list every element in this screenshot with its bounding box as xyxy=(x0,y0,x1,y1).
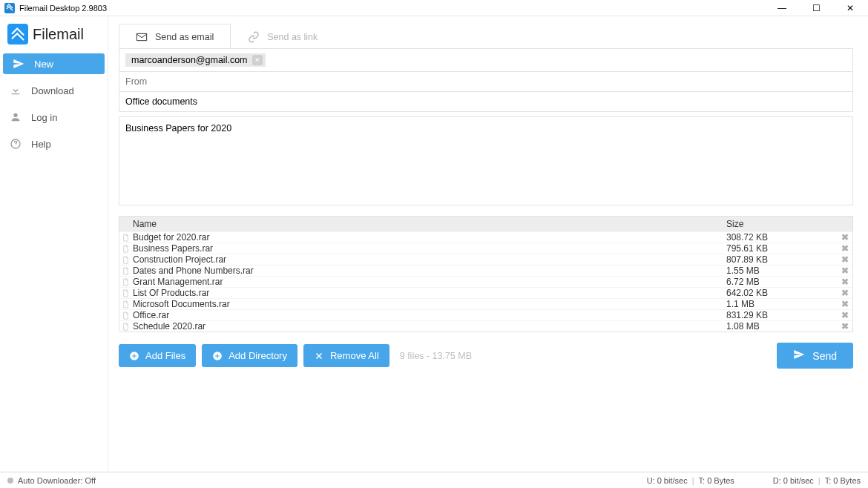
brand-text: Filemail xyxy=(33,26,84,43)
button-label: Add Directory xyxy=(228,350,287,361)
remove-file-icon[interactable]: ✖ xyxy=(838,254,852,265)
file-name: Business Papers.rar xyxy=(131,243,726,254)
column-name: Name xyxy=(119,219,726,229)
tabs: Send as email Send as link xyxy=(119,24,853,49)
status-upload-total: T: 0 Bytes xyxy=(699,476,734,485)
paper-plane-icon xyxy=(793,349,805,363)
file-icon xyxy=(119,278,131,286)
sidebar: Filemail New Download Log in Help xyxy=(0,16,108,472)
status-upload-rate: U: 0 bit/sec xyxy=(647,476,688,485)
envelope-icon xyxy=(136,31,148,43)
file-name: List Of Products.rar xyxy=(131,288,726,298)
table-row[interactable]: List Of Products.rar642.02 KB✖ xyxy=(119,287,852,298)
file-name: Office.rar xyxy=(131,310,726,320)
remove-file-icon[interactable]: ✖ xyxy=(838,321,852,332)
form-panel: marcoanderson@gmail.com ✕ xyxy=(119,48,853,112)
status-download-rate: D: 0 bit/sec xyxy=(773,476,814,485)
file-size: 1.1 MB xyxy=(726,299,838,309)
file-size: 1.08 MB xyxy=(726,321,838,332)
window-title: Filemail Desktop 2.9803 xyxy=(19,4,107,13)
from-field[interactable] xyxy=(119,71,852,91)
button-label: Add Files xyxy=(145,350,185,361)
download-icon xyxy=(9,84,22,97)
remove-all-button[interactable]: Remove All xyxy=(303,344,389,367)
user-icon xyxy=(9,111,22,124)
sidebar-item-label: New xyxy=(34,59,53,70)
recipient-chip: marcoanderson@gmail.com ✕ xyxy=(125,53,266,67)
status-dot-icon xyxy=(7,478,13,484)
subject-field[interactable] xyxy=(119,91,852,111)
sidebar-item-login[interactable]: Log in xyxy=(0,107,108,128)
table-row[interactable]: Business Papers.rar795.61 KB✖ xyxy=(119,243,852,254)
sidebar-item-help[interactable]: Help xyxy=(0,133,108,154)
table-row[interactable]: Dates and Phone Numbers.rar1.55 MB✖ xyxy=(119,265,852,276)
table-row[interactable]: Grant Management.rar6.72 MB✖ xyxy=(119,276,852,287)
file-name: Grant Management.rar xyxy=(131,277,726,287)
table-row[interactable]: Construction Project.rar807.89 KB✖ xyxy=(119,254,852,265)
file-name: Dates and Phone Numbers.rar xyxy=(131,266,726,276)
remove-file-icon[interactable]: ✖ xyxy=(838,310,852,320)
close-button[interactable]: ✕ xyxy=(840,3,861,13)
remove-file-icon[interactable]: ✖ xyxy=(838,232,852,243)
file-icon xyxy=(119,289,131,297)
button-label: Send xyxy=(812,350,837,362)
file-icon xyxy=(119,311,131,320)
file-icon xyxy=(119,323,131,331)
message-text: Business Papers for 2020 xyxy=(125,123,231,133)
file-icon xyxy=(119,256,131,264)
remove-file-icon[interactable]: ✖ xyxy=(838,299,852,309)
tab-label: Send as email xyxy=(155,32,214,42)
minimize-button[interactable]: — xyxy=(772,3,792,13)
sidebar-item-download[interactable]: Download xyxy=(0,80,108,101)
file-name: Microsoft Documents.rar xyxy=(131,299,726,309)
subject-input[interactable] xyxy=(125,96,846,107)
remove-file-icon[interactable]: ✖ xyxy=(838,266,852,276)
sidebar-item-label: Download xyxy=(31,85,74,96)
column-size: Size xyxy=(726,219,852,229)
remove-file-icon[interactable]: ✖ xyxy=(838,243,852,254)
file-name: Schedule 2020.rar xyxy=(131,321,726,332)
remove-recipient-icon[interactable]: ✕ xyxy=(252,55,263,65)
recipient-email: marcoanderson@gmail.com xyxy=(131,55,248,65)
file-table: Name Size Budget for 2020.rar308.72 KB✖B… xyxy=(119,216,853,332)
table-row[interactable]: Microsoft Documents.rar1.1 MB✖ xyxy=(119,298,852,309)
add-directory-button[interactable]: Add Directory xyxy=(202,344,297,367)
brand: Filemail xyxy=(0,19,108,53)
plus-circle-icon xyxy=(212,351,223,361)
table-header: Name Size xyxy=(119,217,852,231)
file-size: 1.55 MB xyxy=(726,266,838,276)
tab-send-link[interactable]: Send as link xyxy=(231,24,335,49)
sidebar-item-label: Help xyxy=(31,139,51,150)
x-icon xyxy=(314,351,324,361)
file-icon xyxy=(119,267,131,275)
message-field[interactable]: Business Papers for 2020 xyxy=(119,116,853,205)
file-summary: 9 files - 13.75 MB xyxy=(400,351,472,361)
link-icon xyxy=(248,31,260,43)
add-files-button[interactable]: Add Files xyxy=(119,344,196,367)
remove-file-icon[interactable]: ✖ xyxy=(838,288,852,298)
file-icon xyxy=(119,300,131,309)
action-bar: Add Files Add Directory Remove All 9 fil… xyxy=(119,343,853,369)
tab-label: Send as link xyxy=(267,32,318,42)
help-icon xyxy=(9,137,22,151)
from-input[interactable] xyxy=(125,76,846,87)
app-icon xyxy=(4,3,15,13)
to-field[interactable]: marcoanderson@gmail.com ✕ xyxy=(119,49,852,71)
file-size: 807.89 KB xyxy=(726,254,838,265)
status-left: Auto Downloader: Off xyxy=(18,476,96,485)
file-size: 308.72 KB xyxy=(726,232,838,243)
status-bar: Auto Downloader: Off U: 0 bit/sec | T: 0… xyxy=(0,472,868,488)
brand-icon xyxy=(7,24,28,44)
send-button[interactable]: Send xyxy=(777,343,853,369)
table-row[interactable]: Schedule 2020.rar1.08 MB✖ xyxy=(119,320,852,332)
file-size: 795.61 KB xyxy=(726,243,838,254)
tab-send-email[interactable]: Send as email xyxy=(119,24,231,49)
table-row[interactable]: Office.rar831.29 KB✖ xyxy=(119,309,852,320)
main: Send as email Send as link marcoanderson… xyxy=(108,16,868,472)
sidebar-item-new[interactable]: New xyxy=(3,53,105,74)
file-icon xyxy=(119,234,131,242)
table-row[interactable]: Budget for 2020.rar308.72 KB✖ xyxy=(119,231,852,243)
file-size: 642.02 KB xyxy=(726,288,838,298)
maximize-button[interactable]: ☐ xyxy=(806,3,826,13)
remove-file-icon[interactable]: ✖ xyxy=(838,277,852,287)
